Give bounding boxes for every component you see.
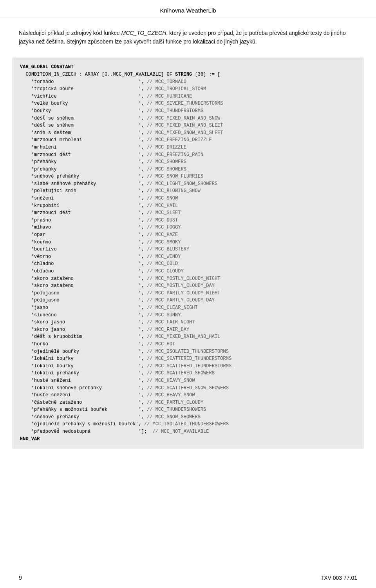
- page-header: Knihovna WeatherLib: [0, 0, 376, 18]
- code-block: VAR_GLOBAL CONSTANT CONDITION_IN_CZECH :…: [20, 64, 356, 443]
- code-block-wrapper: VAR_GLOBAL CONSTANT CONDITION_IN_CZECH :…: [13, 58, 363, 448]
- doc-id: TXV 003 77.01: [321, 575, 357, 581]
- intro-text: Následující příklad je zdrojový kód funk…: [0, 18, 376, 54]
- page-footer: 9 TXV 003 77.01: [0, 575, 376, 581]
- page-number: 9: [19, 575, 22, 581]
- header-title: Knihovna WeatherLib: [160, 7, 216, 14]
